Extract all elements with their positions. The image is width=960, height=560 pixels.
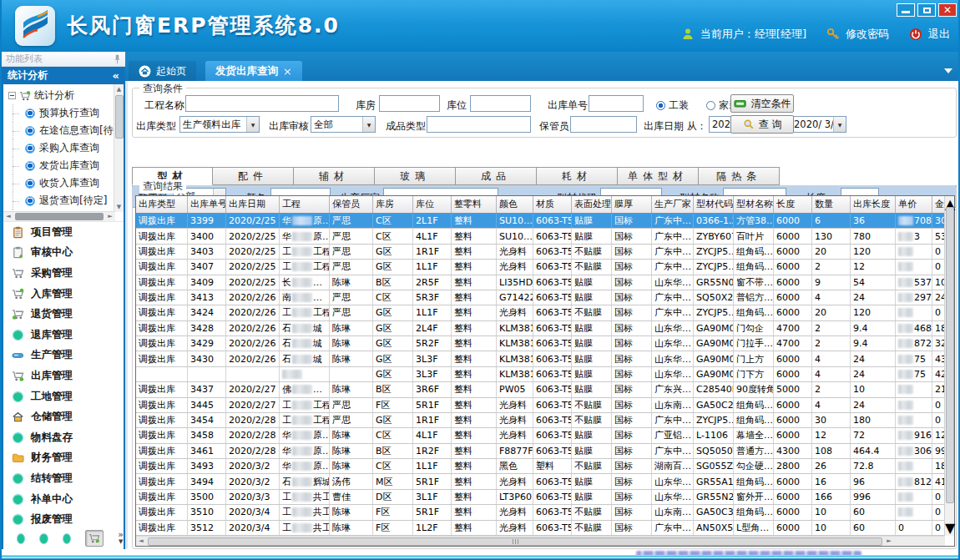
radio-unselected-icon[interactable] <box>706 101 715 110</box>
tree-item[interactable]: 预算执行查询 <box>3 104 124 122</box>
table-row[interactable]: 调拨出库34092020/2/25长…陈琳B区2R5F整料LI35HD6063-… <box>136 275 954 290</box>
minimize-button[interactable] <box>897 3 915 17</box>
table-row[interactable]: 调拨出库34932020/3/2华原…陈琳C区1L1F整料黑色塑料不贴膜国标湖南… <box>136 459 954 474</box>
table-row[interactable]: 调拨出库34032020/2/25工工程严思G区1R1F整料光身料6063-T5… <box>136 245 954 260</box>
column-header[interactable]: 表面处理 <box>572 196 612 213</box>
table-row[interactable]: 调拨出库34072020/2/25工工程严思G区1L1F整料光身料6063-T5… <box>136 260 954 275</box>
change-password-link[interactable]: 修改密码 <box>846 27 889 42</box>
table-row[interactable]: 调拨出库35102020/3/4工共工程陈琳F区5R1F整料光身料6063-T5… <box>136 505 954 520</box>
tree-vertical-scrollbar[interactable]: ▲ ▼ <box>114 84 124 212</box>
close-button[interactable]: ✕ <box>938 3 957 17</box>
column-header[interactable]: 出库类型 <box>136 196 188 213</box>
column-header[interactable]: 工程 <box>280 196 330 213</box>
column-header[interactable]: 库位 <box>413 196 452 213</box>
logout-link[interactable]: 退出 <box>928 27 950 42</box>
collapsed-module-icon[interactable] <box>39 533 48 544</box>
sidebar-item-入库管理[interactable]: 入库管理 <box>3 284 124 305</box>
table-row[interactable]: 调拨出库34302020/2/26石城陈琳G区3L3F整料KLM38176063… <box>136 351 954 366</box>
column-header[interactable]: 单价 <box>896 196 932 213</box>
subtab-成品[interactable]: 成品 <box>456 167 537 185</box>
grid-vertical-scrollbar[interactable]: ▲▼ <box>944 196 954 536</box>
project-name-input[interactable] <box>185 95 339 112</box>
table-row[interactable]: 调拨出库34452020/2/27工工程严思F区5R1F整料光身料6063-T5… <box>136 398 954 413</box>
out-type-select[interactable]: 生产领料出库▼ <box>179 116 260 133</box>
table-row[interactable]: G区3L3F整料KLM38176063-T5贴膜国标山东华…GA90M09.门下… <box>136 367 954 382</box>
grid-horizontal-scrollbar[interactable]: ◄ ► <box>136 536 945 546</box>
subtab-玻璃[interactable]: 玻璃 <box>375 167 456 185</box>
table-row[interactable]: 调拨出库34132020/2/26南…严思C区5R3F整料G714226063-… <box>136 290 954 305</box>
sidebar-item-退库管理[interactable]: 退库管理 <box>3 325 124 346</box>
column-header[interactable]: 保管员 <box>330 196 373 213</box>
collapsed-cart-button[interactable] <box>85 530 104 547</box>
column-header[interactable]: 出库长度 <box>851 196 896 213</box>
tree-item[interactable]: 收货入库查询 <box>3 174 124 192</box>
sidebar-item-补单中心[interactable]: 补单中心 <box>3 489 124 510</box>
sidebar-item-退货管理[interactable]: 退货管理 <box>3 304 124 325</box>
keeper-input[interactable] <box>570 116 637 133</box>
table-row[interactable]: 调拨出库34942020/3/2石辉城汤伟M区5R1F整料光身料6063-T5贴… <box>136 474 954 489</box>
subtab-辅材[interactable]: 辅材 <box>294 167 375 185</box>
table-row[interactable]: 调拨出库34282020/2/26石城陈琳G区2L4F整料KLM38176063… <box>136 321 954 336</box>
subtab-耗材[interactable]: 耗材 <box>537 167 618 185</box>
subtab-隔热条[interactable]: 隔热条 <box>699 167 780 185</box>
column-header[interactable]: 库房 <box>373 196 413 213</box>
tab-home[interactable]: 起始页 <box>129 61 196 81</box>
table-row[interactable]: 调拨出库33992020/2/25华原…严思C区2L1F整料SU10…6063-… <box>136 214 954 229</box>
chevron-down-icon[interactable] <box>944 68 952 73</box>
column-header[interactable]: 出库单号 <box>188 196 226 213</box>
sidebar-item-项目管理[interactable]: 项目管理 <box>3 222 124 243</box>
table-row[interactable]: 调拨出库35002020/3/3工共工程曹佳D区3L1F整料LT3P606063… <box>136 490 954 505</box>
sidebar-item-采购管理[interactable]: 采购管理 <box>3 263 124 284</box>
column-header[interactable]: 长度 <box>774 196 812 213</box>
sidebar-item-报废管理[interactable]: 报废管理 <box>3 509 124 530</box>
column-header[interactable]: 材质 <box>533 196 572 213</box>
table-row[interactable]: 调拨出库34242020/2/26工工程严思G区1L1F整料光身料6063-T5… <box>136 305 954 320</box>
bill-no-input[interactable] <box>589 95 644 112</box>
column-header[interactable]: 出库日期 <box>226 196 280 213</box>
table-row[interactable]: 调拨出库35122020/3/4工共工程陈琳F区1L2F整料光身料6063-T5… <box>136 521 954 536</box>
date-to-select[interactable]: 2020/ 3/16▼ <box>791 116 846 133</box>
sidebar-item-仓储管理[interactable]: 仓储管理 <box>3 406 124 427</box>
table-row[interactable]: 调拨出库34292020/2/26石城陈琳G区5R2F整料KLM38176063… <box>136 336 954 351</box>
column-header[interactable]: 数量 <box>812 196 851 213</box>
table-row[interactable]: 调拨出库34542020/2/28工工程严思G区1R1F整料光身料6063-T5… <box>136 413 954 428</box>
sidebar-item-审核中心[interactable]: 审核中心 <box>3 243 124 264</box>
column-header[interactable]: 颜色 <box>497 196 533 213</box>
tab-close-icon[interactable]: × <box>283 65 292 78</box>
location-input[interactable] <box>470 95 531 112</box>
sidebar-item-工地管理[interactable]: 工地管理 <box>3 386 124 407</box>
pin-icon[interactable] <box>114 54 121 64</box>
tab-shipping-query[interactable]: 发货出库查询 × <box>205 61 302 81</box>
table-row[interactable]: 调拨出库34002020/2/25华原…严思C区4L1F整料SU10…6063-… <box>136 229 954 244</box>
tree-item[interactable]: 采购入库查询 <box>3 139 124 157</box>
audit-select[interactable]: 全部▼ <box>311 116 376 133</box>
tree-expander-icon[interactable] <box>8 92 16 99</box>
sidebar-item-财务管理[interactable]: 财务管理 <box>3 448 124 469</box>
tree-root-stats[interactable]: 统计分析 <box>3 84 124 104</box>
maximize-button[interactable] <box>917 3 936 17</box>
radio-selected-icon[interactable] <box>656 101 665 110</box>
warehouse-input[interactable] <box>379 95 440 112</box>
column-header[interactable]: 型材代码 <box>694 196 734 213</box>
table-row[interactable]: 调拨出库34612020/2/28华原…陈琳B区1R2F整料F8877FT606… <box>136 444 954 459</box>
sidebar-item-出库管理[interactable]: 出库管理 <box>3 366 124 386</box>
collapsed-module-icon[interactable] <box>63 533 71 544</box>
subtab-配件[interactable]: 配件 <box>213 167 294 185</box>
clear-conditions-button[interactable]: 清空条件 <box>730 94 794 113</box>
sidebar-item-物料盘存[interactable]: 物料盘存 <box>3 427 124 448</box>
product-type-input[interactable] <box>427 116 531 133</box>
collapse-panel-button[interactable]: « <box>113 69 119 82</box>
sidebar-item-生产管理[interactable]: 生产管理 <box>3 346 124 366</box>
table-row[interactable]: 调拨出库34582020/2/28华原…陈琳C区4L1F整料光身料6063-T5… <box>136 428 954 443</box>
tree-horizontal-scrollbar[interactable]: ◄► <box>3 211 115 221</box>
column-header[interactable]: 整零料 <box>452 196 497 213</box>
tree-item[interactable]: 退货查询[待定] <box>3 192 124 209</box>
sidebar-item-结转管理[interactable]: 结转管理 <box>3 468 124 489</box>
search-button[interactable]: 查 询 <box>730 115 794 134</box>
column-header[interactable]: 型材名称 <box>734 196 774 213</box>
subtab-单体型材[interactable]: 单体型材 <box>618 167 699 185</box>
column-header[interactable]: 膜厚 <box>612 196 652 213</box>
tree-item[interactable]: 发货出库查询 <box>3 157 124 174</box>
collapsed-module-icon[interactable] <box>17 533 25 544</box>
column-header[interactable]: 生产厂家 <box>652 196 694 213</box>
